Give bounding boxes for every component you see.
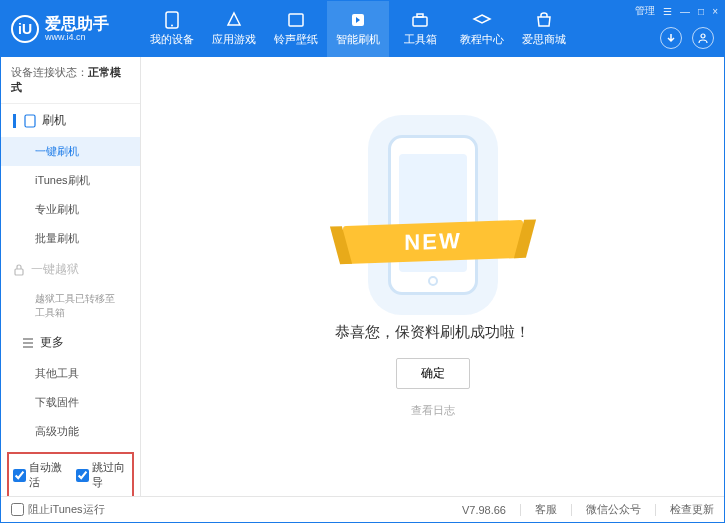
footer: 阻止iTunes运行 V7.98.66 客服 微信公众号 检查更新 xyxy=(1,496,724,522)
footer-right: V7.98.66 客服 微信公众号 检查更新 xyxy=(462,502,714,517)
ok-button[interactable]: 确定 xyxy=(396,358,470,389)
sidebar-head-flash[interactable]: 刷机 xyxy=(1,104,140,137)
svg-rect-2 xyxy=(289,14,303,26)
menu-icon xyxy=(22,338,34,348)
sidebar-item-firmware[interactable]: 下载固件 xyxy=(1,388,140,417)
nav-label: 铃声壁纸 xyxy=(274,32,318,47)
sidebar-item-batch[interactable]: 批量刷机 xyxy=(1,224,140,253)
wechat-link[interactable]: 微信公众号 xyxy=(586,502,641,517)
auto-activate-checkbox[interactable]: 自动激活 xyxy=(13,460,66,490)
sidebar: 设备连接状态：正常模式 刷机 一键刷机 iTunes刷机 专业刷机 批量刷机 一… xyxy=(1,57,141,496)
block-itunes-checkbox[interactable]: 阻止iTunes运行 xyxy=(11,502,105,517)
tutorial-icon xyxy=(472,11,492,29)
jailbreak-note: 越狱工具已转移至 工具箱 xyxy=(1,286,140,326)
version-label: V7.98.66 xyxy=(462,504,506,516)
apps-icon xyxy=(224,11,244,29)
sidebar-title: 刷机 xyxy=(42,112,66,129)
sidebar-title: 更多 xyxy=(40,334,64,351)
nav-label: 教程中心 xyxy=(460,32,504,47)
logo-area: iU 爱思助手 www.i4.cn xyxy=(1,15,141,43)
main-nav: 我的设备 应用游戏 铃声壁纸 智能刷机 工具箱 教程中心 xyxy=(141,1,575,57)
view-log-link[interactable]: 查看日志 xyxy=(335,403,530,418)
options-box: 自动激活 跳过向导 xyxy=(7,452,134,496)
nav-flash[interactable]: 智能刷机 xyxy=(327,1,389,57)
sidebar-group-flash: 刷机 一键刷机 iTunes刷机 专业刷机 批量刷机 xyxy=(1,104,140,253)
wallpaper-icon xyxy=(286,11,306,29)
body: 设备连接状态：正常模式 刷机 一键刷机 iTunes刷机 专业刷机 批量刷机 一… xyxy=(1,57,724,496)
nav-toolbox[interactable]: 工具箱 xyxy=(389,1,451,57)
close-button[interactable]: × xyxy=(712,6,718,17)
sidebar-item-oneclick[interactable]: 一键刷机 xyxy=(1,137,140,166)
lock-icon xyxy=(13,264,25,276)
divider xyxy=(520,504,521,516)
sidebar-item-other[interactable]: 其他工具 xyxy=(1,359,140,388)
minimize-button[interactable]: — xyxy=(680,6,690,17)
nav-label: 我的设备 xyxy=(150,32,194,47)
maximize-button[interactable]: □ xyxy=(698,6,704,17)
divider xyxy=(655,504,656,516)
sidebar-group-jailbreak: 一键越狱 越狱工具已转移至 工具箱 xyxy=(1,253,140,326)
sidebar-item-advanced[interactable]: 高级功能 xyxy=(1,417,140,446)
flash-icon xyxy=(348,11,368,29)
sidebar-item-itunes[interactable]: iTunes刷机 xyxy=(1,166,140,195)
header-right xyxy=(660,27,714,49)
accent-bar xyxy=(13,114,16,128)
result-panel: NEW 恭喜您，保资料刷机成功啦！ 确定 查看日志 xyxy=(335,135,530,418)
check-update-link[interactable]: 检查更新 xyxy=(670,502,714,517)
divider xyxy=(571,504,572,516)
app-window: iU 爱思助手 www.i4.cn 我的设备 应用游戏 铃声壁纸 智能刷机 xyxy=(0,0,725,523)
svg-rect-7 xyxy=(25,115,35,127)
phone-icon xyxy=(162,11,182,29)
sidebar-title: 一键越狱 xyxy=(31,261,79,278)
download-button[interactable] xyxy=(660,27,682,49)
nav-label: 智能刷机 xyxy=(336,32,380,47)
sidebar-item-pro[interactable]: 专业刷机 xyxy=(1,195,140,224)
nav-my-device[interactable]: 我的设备 xyxy=(141,1,203,57)
sidebar-head-more[interactable]: 更多 xyxy=(1,326,140,359)
toolbox-icon xyxy=(410,11,430,29)
svg-point-1 xyxy=(171,25,173,27)
nav-label: 工具箱 xyxy=(404,32,437,47)
titlebar-controls: 管理 ☰ — □ × xyxy=(635,4,718,18)
phone-small-icon xyxy=(24,114,36,128)
nav-store[interactable]: 爱思商城 xyxy=(513,1,575,57)
main-content: NEW 恭喜您，保资料刷机成功啦！ 确定 查看日志 xyxy=(141,57,724,496)
app-name: 爱思助手 xyxy=(45,16,109,32)
success-message: 恭喜您，保资料刷机成功啦！ xyxy=(335,323,530,342)
svg-rect-4 xyxy=(413,17,427,26)
svg-point-6 xyxy=(701,34,705,38)
logo-icon: iU xyxy=(11,15,39,43)
nav-apps[interactable]: 应用游戏 xyxy=(203,1,265,57)
header: iU 爱思助手 www.i4.cn 我的设备 应用游戏 铃声壁纸 智能刷机 xyxy=(1,1,724,57)
connection-status: 设备连接状态：正常模式 xyxy=(1,57,140,104)
menu-button[interactable]: ☰ xyxy=(663,6,672,17)
app-url: www.i4.cn xyxy=(45,32,109,42)
nav-label: 应用游戏 xyxy=(212,32,256,47)
settings-button[interactable]: 管理 xyxy=(635,4,655,18)
svg-rect-5 xyxy=(417,14,423,17)
svg-rect-8 xyxy=(15,269,23,275)
phone-illustration: NEW xyxy=(363,135,503,305)
support-link[interactable]: 客服 xyxy=(535,502,557,517)
user-button[interactable] xyxy=(692,27,714,49)
nav-label: 爱思商城 xyxy=(522,32,566,47)
nav-wallpaper[interactable]: 铃声壁纸 xyxy=(265,1,327,57)
sidebar-head-jailbreak: 一键越狱 xyxy=(1,253,140,286)
sidebar-group-more: 更多 其他工具 下载固件 高级功能 xyxy=(1,326,140,446)
skip-guide-checkbox[interactable]: 跳过向导 xyxy=(76,460,129,490)
new-ribbon: NEW xyxy=(343,220,523,264)
store-icon xyxy=(534,11,554,29)
nav-tutorial[interactable]: 教程中心 xyxy=(451,1,513,57)
